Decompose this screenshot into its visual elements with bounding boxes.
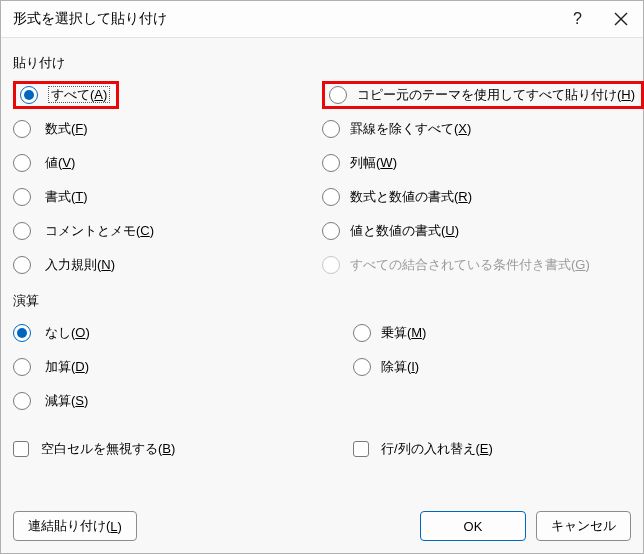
- radio-theme[interactable]: コピー元のテーマを使用してすべて貼り付け(H): [329, 86, 635, 104]
- paste-option-cell: 値(V): [13, 154, 322, 172]
- radio-label: 値と数値の書式(U): [350, 222, 459, 240]
- paste-special-dialog: 形式を選択して貼り付け ? 貼り付け すべて(A)コピー元のテーマを使用してすべ…: [0, 0, 644, 554]
- radio-label: コピー元のテーマを使用してすべて貼り付け(H): [357, 86, 635, 104]
- radio-label: 数式と数値の書式(R): [350, 188, 472, 206]
- paste-option-cell: すべて(A): [13, 81, 322, 109]
- radio-icon: [322, 222, 340, 240]
- radio-icon: [13, 256, 31, 274]
- paste-option-cell: 入力規則(N): [13, 256, 322, 274]
- radio-label: 値(V): [45, 154, 75, 172]
- ok-button[interactable]: OK: [420, 511, 526, 541]
- highlighted-option: コピー元のテーマを使用してすべて貼り付け(H): [322, 81, 644, 109]
- operation-group-label: 演算: [13, 292, 631, 310]
- radio-all[interactable]: すべて(A): [20, 86, 110, 104]
- radio-icon: [20, 86, 38, 104]
- radio-icon: [322, 256, 340, 274]
- dialog-body: 貼り付け すべて(A)コピー元のテーマを使用してすべて貼り付け(H)数式(F)罫…: [1, 38, 643, 511]
- radio-icon: [322, 188, 340, 206]
- radio-icon: [329, 86, 347, 104]
- radio-formats[interactable]: 書式(T): [13, 188, 88, 206]
- paste-option-cell: 乗算(M): [353, 324, 631, 342]
- radio-label: 除算(I): [381, 358, 419, 376]
- highlighted-option: すべて(A): [13, 81, 119, 109]
- radio-label: なし(O): [45, 324, 90, 342]
- operation-options: なし(O)乗算(M)加算(D)除算(I)減算(S): [13, 316, 631, 418]
- radio-label: 数式(F): [45, 120, 88, 138]
- radio-icon: [353, 358, 371, 376]
- radio-add[interactable]: 加算(D): [13, 358, 89, 376]
- radio-icon: [13, 324, 31, 342]
- radio-valnum[interactable]: 値と数値の書式(U): [322, 222, 459, 240]
- paste-option-cell: コメントとメモ(C): [13, 222, 322, 240]
- radio-icon: [353, 324, 371, 342]
- radio-label: 列幅(W): [350, 154, 397, 172]
- radio-noborder[interactable]: 罫線を除くすべて(X): [322, 120, 471, 138]
- dialog-footer: 連結貼り付け(L) OK キャンセル: [1, 511, 643, 553]
- paste-options: すべて(A)コピー元のテーマを使用してすべて貼り付け(H)数式(F)罫線を除くす…: [13, 78, 631, 282]
- radio-icon: [13, 392, 31, 410]
- radio-validation[interactable]: 入力規則(N): [13, 256, 115, 274]
- paste-option-cell: 減算(S): [13, 392, 353, 410]
- radio-label: 入力規則(N): [45, 256, 115, 274]
- radio-div[interactable]: 除算(I): [353, 358, 419, 376]
- help-icon[interactable]: ?: [555, 1, 599, 37]
- radio-formnum[interactable]: 数式と数値の書式(R): [322, 188, 472, 206]
- paste-option-cell: 罫線を除くすべて(X): [322, 120, 631, 138]
- radio-label: 書式(T): [45, 188, 88, 206]
- skip-blanks-label: 空白セルを無視する(B): [41, 440, 175, 458]
- dialog-title: 形式を選択して貼り付け: [13, 10, 555, 28]
- paste-option-cell: 加算(D): [13, 358, 353, 376]
- svg-text:?: ?: [573, 10, 582, 27]
- cancel-button[interactable]: キャンセル: [536, 511, 631, 541]
- paste-option-cell: 列幅(W): [322, 154, 631, 172]
- transpose-label: 行/列の入れ替え(E): [381, 440, 493, 458]
- radio-colwidth[interactable]: 列幅(W): [322, 154, 397, 172]
- paste-link-button[interactable]: 連結貼り付け(L): [13, 511, 137, 541]
- paste-option-cell: 値と数値の書式(U): [322, 222, 631, 240]
- radio-icon: [13, 222, 31, 240]
- paste-option-cell: 数式(F): [13, 120, 322, 138]
- paste-option-cell: 除算(I): [353, 358, 631, 376]
- paste-option-cell: 数式と数値の書式(R): [322, 188, 631, 206]
- radio-values[interactable]: 値(V): [13, 154, 75, 172]
- paste-option-cell: なし(O): [13, 324, 353, 342]
- radio-icon: [13, 188, 31, 206]
- radio-icon: [13, 120, 31, 138]
- titlebar: 形式を選択して貼り付け ?: [1, 1, 643, 38]
- close-icon[interactable]: [599, 1, 643, 37]
- paste-option-cell: コピー元のテーマを使用してすべて貼り付け(H): [322, 81, 631, 109]
- paste-option-cell: 書式(T): [13, 188, 322, 206]
- radio-none[interactable]: なし(O): [13, 324, 90, 342]
- radio-formulas[interactable]: 数式(F): [13, 120, 88, 138]
- radio-label: 罫線を除くすべて(X): [350, 120, 471, 138]
- radio-mul[interactable]: 乗算(M): [353, 324, 427, 342]
- radio-label: コメントとメモ(C): [45, 222, 154, 240]
- radio-label: 加算(D): [45, 358, 89, 376]
- radio-label: すべて(A): [48, 86, 110, 104]
- radio-condfmt: すべての結合されている条件付き書式(G): [322, 256, 590, 274]
- radio-sub[interactable]: 減算(S): [13, 392, 88, 410]
- transpose-checkbox[interactable]: 行/列の入れ替え(E): [353, 440, 631, 458]
- extra-checks: 空白セルを無視する(B) 行/列の入れ替え(E): [13, 440, 631, 458]
- radio-label: 乗算(M): [381, 324, 427, 342]
- paste-option-cell: すべての結合されている条件付き書式(G): [322, 256, 631, 274]
- radio-comments[interactable]: コメントとメモ(C): [13, 222, 154, 240]
- radio-icon: [13, 358, 31, 376]
- focus-rect: すべて(A): [48, 86, 110, 103]
- radio-label: 減算(S): [45, 392, 88, 410]
- skip-blanks-checkbox[interactable]: 空白セルを無視する(B): [13, 440, 353, 458]
- paste-group-label: 貼り付け: [13, 54, 631, 72]
- radio-icon: [322, 120, 340, 138]
- radio-icon: [322, 154, 340, 172]
- radio-label: すべての結合されている条件付き書式(G): [350, 256, 590, 274]
- radio-icon: [13, 154, 31, 172]
